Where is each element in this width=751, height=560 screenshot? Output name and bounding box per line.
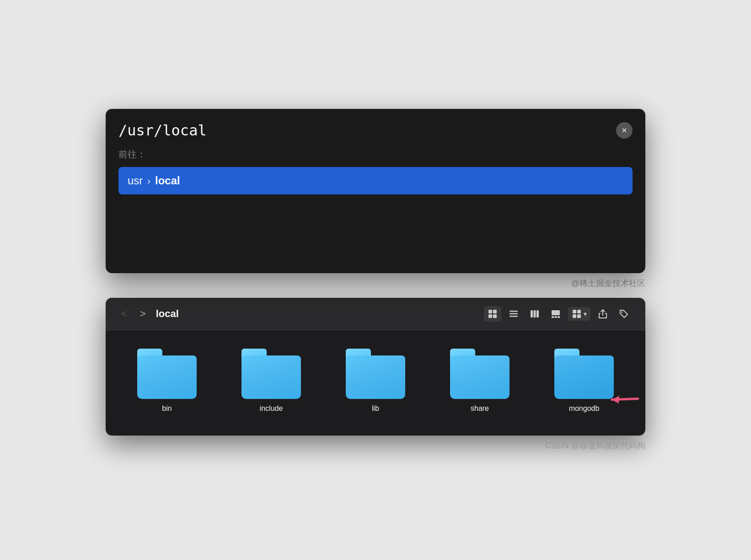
folder-bin-label: bin [162,404,172,413]
watermark-bottom: CSDN @@逆风微笑代码狗 [106,440,645,451]
toolbar-icons: ▾ [484,306,633,322]
svg-rect-15 [577,310,581,313]
tag-icon [619,309,629,319]
share-icon [598,309,608,319]
svg-rect-17 [577,314,581,318]
folder-lib-label: lib [372,404,379,413]
arrow-icon [606,382,643,419]
folder-include-label: include [260,404,283,413]
arrow-annotation [606,382,643,421]
suggestion-chevron: › [147,176,150,186]
svg-rect-7 [531,310,533,318]
forward-button[interactable]: > [137,306,149,322]
svg-rect-9 [536,310,539,318]
folder-share-icon [450,349,510,399]
gallery-view-button[interactable] [547,306,564,322]
svg-rect-0 [488,310,492,313]
dialog-input-row: × [118,122,633,139]
svg-rect-10 [552,310,560,315]
grid-icon [488,309,498,319]
list-view-button[interactable] [505,306,522,322]
svg-rect-3 [493,314,497,318]
folder-include[interactable]: include [237,349,305,413]
go-to-dialog: × 前往： usr › local [106,109,645,273]
close-button[interactable]: × [616,122,633,139]
list-icon [509,309,519,319]
finder-title: local [156,308,477,320]
group-button[interactable]: ▾ [568,307,590,321]
path-input[interactable] [118,122,616,139]
share-button[interactable] [594,306,612,322]
suggestion-part1: usr [128,174,143,187]
svg-rect-2 [488,314,492,318]
folder-bin-icon [137,349,197,399]
back-button[interactable]: < [118,306,130,322]
watermark-top: @稀土掘金技术社区 [106,278,645,289]
svg-rect-1 [493,310,497,313]
folder-lib-icon [346,349,405,399]
folder-lib[interactable]: lib [342,349,409,413]
tag-button[interactable] [615,306,633,322]
svg-rect-5 [510,313,518,315]
group-icon [572,309,582,319]
columns-view-button[interactable] [526,306,543,322]
dialog-empty-area [118,194,633,258]
svg-rect-8 [534,310,536,318]
svg-point-18 [622,312,623,313]
suggestion-item[interactable]: usr › local [118,167,633,194]
close-icon: × [622,126,627,135]
folder-share[interactable]: share [446,349,514,413]
svg-rect-14 [573,310,576,313]
folder-mongodb-label: mongodb [569,404,600,413]
folder-include-icon [241,349,301,399]
svg-rect-13 [558,316,560,318]
folder-share-label: share [471,404,489,413]
svg-rect-4 [510,311,518,312]
folder-mongodb[interactable]: mongodb [550,349,618,413]
suggestion-part2: local [155,174,180,187]
svg-rect-6 [510,316,518,317]
goto-label: 前往： [118,148,633,161]
finder-content: bin include lib share [106,330,645,436]
svg-rect-12 [555,316,557,318]
gallery-icon [551,309,561,319]
svg-rect-11 [552,316,554,318]
finder-window: < > local [106,298,645,436]
svg-rect-16 [573,314,576,318]
finder-toolbar: < > local [106,298,645,330]
columns-icon [530,309,540,319]
grid-view-button[interactable] [484,306,501,322]
folder-bin[interactable]: bin [133,349,201,413]
folder-mongodb-icon [554,349,614,399]
